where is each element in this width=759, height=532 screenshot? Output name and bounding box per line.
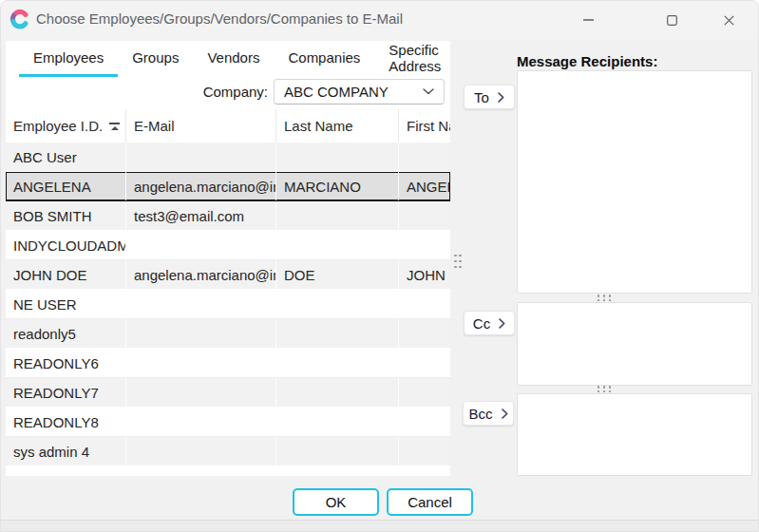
cell-email	[126, 408, 276, 436]
minimize-button[interactable]	[566, 1, 610, 39]
cell-email	[126, 231, 276, 259]
cell-employee-id: BOB SMITH	[6, 201, 126, 230]
close-button[interactable]	[707, 1, 750, 39]
cell-email	[126, 290, 276, 318]
table-row[interactable]: sys admin 4	[6, 437, 450, 466]
to-recipients-listbox[interactable]	[517, 70, 752, 294]
table-row[interactable]: BOB SMITHtest3@email.com	[6, 201, 450, 231]
table-row[interactable]: ANGELENAangelena.marciano@indMARCIANOANG…	[6, 172, 450, 201]
cc-recipients-listbox[interactable]	[517, 302, 752, 386]
cell-employee-id: SYS ADMIN 3	[6, 466, 126, 476]
table-row[interactable]: INDYCLOUDADMI	[6, 231, 450, 260]
cell-email	[126, 378, 276, 407]
cc-button[interactable]: Cc	[464, 311, 515, 335]
cell-first-name	[399, 319, 450, 348]
cell-email	[126, 142, 276, 171]
table-row[interactable]: READONLY8	[6, 408, 450, 437]
window-bottom-edge	[1, 520, 758, 531]
cell-last-name	[276, 201, 399, 230]
tab-companies[interactable]: Companies	[274, 41, 374, 77]
message-recipients-heading: Message Recipients:	[517, 53, 657, 69]
column-header-first-name[interactable]: First Name	[399, 109, 450, 142]
cell-employee-id: JOHN DOE	[6, 260, 126, 289]
company-label: Company:	[203, 84, 268, 100]
column-header-label: Last Name	[284, 118, 353, 134]
bcc-recipients-listbox[interactable]	[517, 393, 752, 476]
table-row[interactable]: JOHN DOEangelena.marciano@indDOEJOHN	[6, 260, 450, 290]
cell-last-name	[276, 319, 399, 348]
cell-last-name	[276, 378, 399, 407]
cell-last-name	[276, 290, 399, 318]
bcc-button[interactable]: Bcc	[463, 401, 514, 426]
cell-employee-id: NE USER	[6, 290, 126, 318]
maximize-button[interactable]	[650, 1, 693, 39]
cell-last-name	[276, 437, 399, 466]
employee-table: Employee I.D. E-Mail Last Name First Nam…	[6, 109, 450, 476]
cell-first-name: ANGELENA	[399, 172, 450, 200]
company-selected-value: ABC COMPANY	[284, 84, 423, 100]
to-button-label: To	[474, 89, 489, 105]
table-row[interactable]: READONLY6	[6, 349, 450, 378]
column-header-label: E-Mail	[134, 118, 175, 134]
chevron-down-icon	[423, 88, 434, 95]
chevron-right-icon	[499, 318, 505, 329]
dialog-window: Choose Employees/Groups/Vendors/Companie…	[0, 0, 759, 532]
tab-employees[interactable]: Employees	[19, 41, 118, 77]
table-row[interactable]: READONLY7	[6, 378, 450, 408]
cell-employee-id: readonly5	[6, 319, 126, 348]
cell-email	[126, 319, 276, 348]
tab-groups[interactable]: Groups	[118, 41, 193, 77]
cell-employee-id: INDYCLOUDADMI	[6, 231, 126, 259]
cell-email: angelena.marciano@ind	[126, 260, 276, 289]
horizontal-splitter-grip[interactable]	[595, 293, 611, 301]
cell-first-name	[399, 378, 450, 407]
to-button[interactable]: To	[464, 85, 515, 109]
column-header-label: First Name	[407, 118, 450, 134]
cell-first-name	[399, 466, 450, 476]
window-title: Choose Employees/Groups/Vendors/Companie…	[36, 10, 403, 27]
cell-first-name	[399, 290, 450, 318]
title-bar: Choose Employees/Groups/Vendors/Companie…	[1, 1, 758, 39]
chevron-right-icon	[502, 408, 508, 419]
cell-email	[126, 466, 276, 476]
column-header-email[interactable]: E-Mail	[126, 109, 276, 142]
column-header-label: Employee I.D.	[13, 118, 103, 134]
cell-employee-id: READONLY6	[6, 349, 126, 377]
column-header-employee-id[interactable]: Employee I.D.	[6, 109, 126, 142]
cell-last-name	[276, 231, 399, 259]
table-row[interactable]: NE USER	[6, 290, 450, 319]
cell-first-name	[399, 142, 450, 171]
cell-last-name: DOE	[276, 260, 399, 289]
ok-button[interactable]: OK	[293, 488, 379, 516]
tab-vendors[interactable]: Vendors	[193, 41, 274, 77]
cell-last-name	[276, 408, 399, 436]
cell-last-name	[276, 142, 399, 171]
cell-employee-id: READONLY8	[6, 408, 126, 436]
sort-ascending-icon	[109, 123, 120, 130]
cell-employee-id: READONLY7	[6, 378, 126, 407]
chevron-right-icon	[498, 92, 504, 103]
cell-last-name: MARCIANO	[276, 172, 399, 200]
cell-first-name	[399, 201, 450, 230]
cell-first-name	[399, 349, 450, 377]
cell-email	[126, 349, 276, 377]
cell-email: angelena.marciano@ind	[126, 172, 276, 200]
cell-first-name: JOHN	[399, 260, 450, 289]
cell-email: test3@email.com	[126, 201, 276, 230]
cancel-button[interactable]: Cancel	[387, 488, 473, 516]
table-row[interactable]: ABC User	[6, 142, 450, 172]
tab-bar: EmployeesGroupsVendorsCompaniesSpecific …	[6, 41, 450, 77]
cell-first-name	[399, 437, 450, 466]
company-row: Company: ABC COMPANY	[6, 77, 450, 109]
table-row[interactable]: SYS ADMIN 3	[6, 466, 450, 476]
app-logo-icon	[9, 9, 30, 29]
vertical-splitter-grip[interactable]	[452, 252, 463, 268]
cell-employee-id: ABC User	[6, 142, 126, 171]
horizontal-splitter-grip[interactable]	[595, 384, 611, 392]
company-select[interactable]: ABC COMPANY	[274, 79, 445, 104]
cell-first-name	[399, 408, 450, 436]
tab-specific-address[interactable]: Specific Address	[374, 41, 450, 77]
table-body: ABC UserANGELENAangelena.marciano@indMAR…	[6, 142, 450, 476]
column-header-last-name[interactable]: Last Name	[276, 109, 399, 142]
table-row[interactable]: readonly5	[6, 319, 450, 349]
